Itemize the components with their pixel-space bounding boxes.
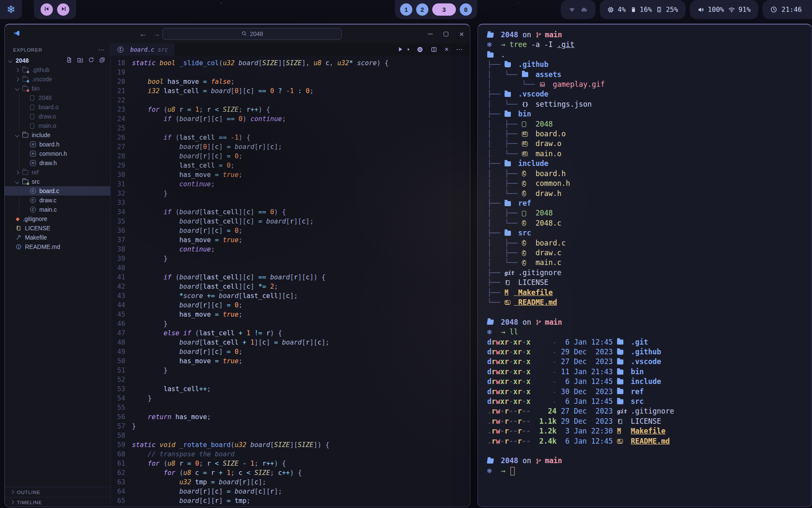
c-hex-icon: C xyxy=(522,240,531,246)
item-label: bin xyxy=(32,85,40,92)
folder-icon xyxy=(522,72,531,77)
new-file-button[interactable] xyxy=(66,57,72,64)
sidebar-item-LICENSE[interactable]: LICENSE xyxy=(5,224,110,233)
terminal-content[interactable]: 2048 on main❄ → tree -a -I .git .├── .gi… xyxy=(478,25,812,476)
workspace-2[interactable]: 2 xyxy=(416,3,428,16)
sidebar-item-main.c[interactable]: Cmain.c xyxy=(5,205,110,214)
license-icon xyxy=(16,225,22,231)
sidebar-item-2048[interactable]: 2048 xyxy=(5,93,110,102)
explorer-root-2048[interactable]: 2048 xyxy=(5,56,110,65)
c-file-icon: C xyxy=(30,197,36,203)
line-number: 55 xyxy=(111,403,132,412)
sidebar-item-board.o[interactable]: board.o xyxy=(5,102,110,112)
new-folder-button[interactable] xyxy=(77,57,83,64)
sidebar-item-board.c[interactable]: Cboard.c xyxy=(5,186,110,196)
ll-row-.gitignore: .rw-r--r-- 24 27 Dec 2023 git .gitignore xyxy=(487,406,812,416)
tree-row-.vscode: ├── .vscode xyxy=(487,89,812,99)
sidebar-item-draw.h[interactable]: Hdraw.h xyxy=(5,158,110,168)
c-hex-icon: C xyxy=(522,171,531,177)
line-number: 61 xyxy=(111,459,132,468)
run-or-debug-button[interactable] xyxy=(397,46,403,52)
folder-icon xyxy=(617,389,626,394)
nixos-menu-button[interactable]: ❄ xyxy=(0,0,22,19)
tree-row-board.h: │ ├── C board.h xyxy=(487,169,812,179)
item-label: Makefile xyxy=(25,234,47,241)
more-actions-button[interactable]: ⋯ xyxy=(456,45,463,53)
folder-gear-icon xyxy=(617,379,626,384)
sidebar-item-README.md[interactable]: README.md xyxy=(5,242,110,251)
tree-row-include: ├── include xyxy=(487,159,812,168)
sidebar-item-.github[interactable]: .github xyxy=(5,65,110,75)
line-number: 31 xyxy=(111,179,132,189)
minimize-button[interactable]: ─ xyxy=(428,30,433,37)
explorer-more-actions-icon[interactable]: ⋯ xyxy=(98,46,104,54)
sidebar-item-.gitignore[interactable]: ◆.gitignore xyxy=(5,214,110,224)
code-editor[interactable]: 18static bool _slide_col(u32 board[SIZE]… xyxy=(111,55,470,507)
code-line: 64 board[r][c] = board[c][r]; xyxy=(111,487,470,496)
line-number: 27 xyxy=(111,142,132,152)
refresh-button[interactable] xyxy=(88,57,94,64)
code-line: 38 continue; xyxy=(111,245,470,254)
book-icon xyxy=(505,279,514,286)
top-status-bar: ❄ 1238 4%16%25% 100%91% 21:46 xyxy=(0,0,812,19)
workspace-1[interactable]: 1 xyxy=(400,3,412,16)
item-label: .vscode xyxy=(32,76,52,83)
folder-icon xyxy=(505,201,514,206)
tree-row-Makefile: ├── M Makefile xyxy=(487,288,812,298)
folder-icon xyxy=(505,231,514,236)
flake-icon: ❄ xyxy=(487,40,497,50)
skip-back-button[interactable] xyxy=(41,3,53,16)
split-editor-button[interactable] xyxy=(431,46,437,53)
navigate-forward-button[interactable]: → xyxy=(153,30,160,39)
sidebar-item-main.o[interactable]: main.o xyxy=(5,121,110,130)
workspace-3[interactable]: 3 xyxy=(432,3,456,16)
outline-section[interactable]: OUTLINE xyxy=(5,487,110,497)
sidebar-item-.vscode[interactable]: .vscode xyxy=(5,75,110,84)
settings-gear-button[interactable] xyxy=(417,46,423,53)
clock: 21:46 xyxy=(763,0,812,19)
navigate-back-button[interactable]: ← xyxy=(139,30,147,39)
sidebar-item-bin[interactable]: bin xyxy=(5,84,110,93)
chevron-down-icon: ▾ xyxy=(407,47,409,52)
c-file-icon: C xyxy=(30,207,36,213)
tree-row-board.o: │ ├── 01 board.o xyxy=(487,129,812,139)
command-center-search[interactable]: 2048 xyxy=(162,28,342,40)
tree-row-assets: │ └── assets xyxy=(487,70,812,80)
file-icon xyxy=(30,114,34,119)
skip-forward-button[interactable] xyxy=(57,3,69,16)
sidebar-item-draw.c[interactable]: Cdraw.c xyxy=(5,196,110,205)
c-hex-icon: C xyxy=(522,190,531,196)
folder-icon xyxy=(22,179,28,184)
chevron-right-icon xyxy=(15,68,19,72)
close-editor-button[interactable]: × xyxy=(444,45,449,54)
tab-board.c[interactable]: C board.c src xyxy=(111,43,175,55)
cpu-icon xyxy=(607,6,614,13)
sidebar-item-src[interactable]: src xyxy=(5,177,110,186)
collapse-all-button[interactable] xyxy=(99,57,105,64)
h-file-icon: H xyxy=(30,160,36,166)
stat-wifi-value: 91% xyxy=(738,6,751,14)
close-button[interactable]: × xyxy=(459,30,464,38)
item-label: common.h xyxy=(39,150,67,157)
sidebar-item-board.h[interactable]: Hboard.h xyxy=(5,140,110,149)
folder-icon xyxy=(487,52,497,58)
maximize-button[interactable] xyxy=(444,32,448,36)
code-line: 21 i32 last_cell = board[0][c] == 0 ? -1… xyxy=(111,86,470,96)
stat-speaker-value: 100% xyxy=(708,6,724,14)
line-number: 22 xyxy=(111,96,132,105)
ll-row-.github: drwxr-xr-x - 29 Dec 2023 .github xyxy=(487,347,812,357)
sidebar-empty-space xyxy=(5,251,110,487)
item-label: main.o xyxy=(38,122,56,129)
book-icon xyxy=(617,418,626,425)
sidebar-item-draw.o[interactable]: draw.o xyxy=(5,112,110,121)
sidebar-item-include[interactable]: include xyxy=(5,130,110,140)
sidebar-item-common.h[interactable]: Hcommon.h xyxy=(5,149,110,158)
workspace-8[interactable]: 8 xyxy=(460,3,472,16)
sidebar-item-ref[interactable]: ref xyxy=(5,168,110,177)
m-letter-icon: M xyxy=(617,426,626,436)
line-number: 21 xyxy=(111,86,132,96)
timeline-section[interactable]: TIMELINE xyxy=(5,497,110,507)
tree-row-draw.c: │ ├── C draw.c xyxy=(487,248,812,258)
sidebar-item-Makefile[interactable]: Makefile xyxy=(5,233,110,242)
ll-row-bin: drwxr-xr-x - 11 Jan 21:43 bin xyxy=(487,367,812,377)
